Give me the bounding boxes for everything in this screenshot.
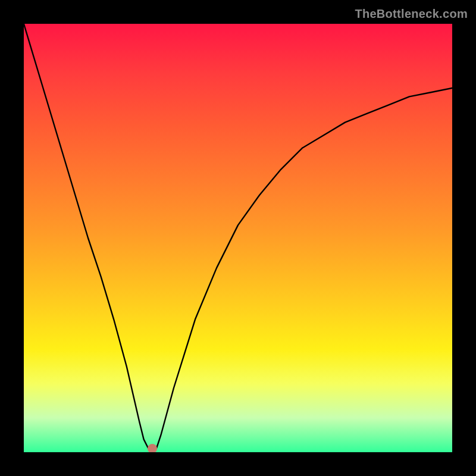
bottleneck-curve bbox=[24, 24, 452, 452]
minimum-marker bbox=[148, 444, 157, 452]
plot-area bbox=[24, 24, 452, 452]
curve-svg bbox=[24, 24, 452, 452]
chart-frame: TheBottleneck.com bbox=[0, 0, 476, 476]
watermark-text: TheBottleneck.com bbox=[355, 7, 468, 21]
